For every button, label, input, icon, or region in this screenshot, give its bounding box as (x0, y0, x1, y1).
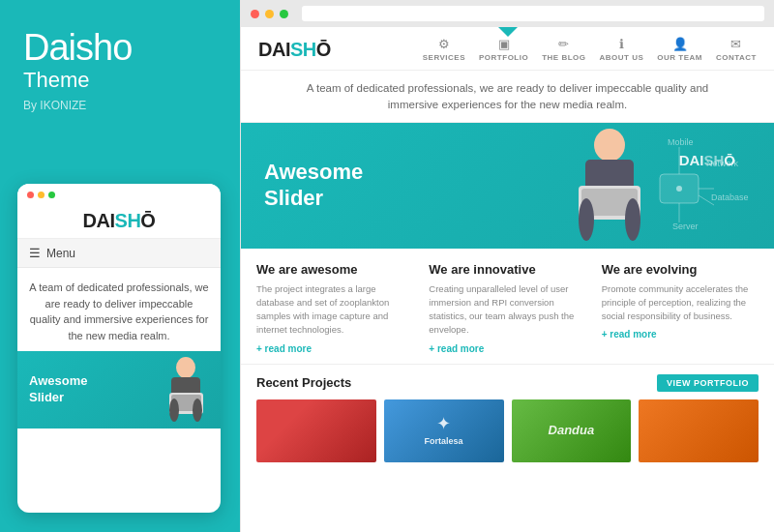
about-icon: ℹ (619, 37, 624, 51)
svg-text:Database: Database (711, 192, 749, 202)
portfolio-icon: ▣ (498, 37, 510, 51)
brand-title-text: Daisho (23, 27, 132, 68)
hero-line-1: Awesome (264, 160, 363, 185)
mobile-dot-red (27, 192, 34, 198)
col-awesome: We are awesome The project integrates a … (256, 262, 413, 354)
browser-dot-green (280, 10, 288, 18)
browser-dot-yellow (265, 10, 274, 18)
col-innovative-read-more[interactable]: + read more (429, 343, 585, 354)
nav-portfolio-label: PORTFOLIO (479, 53, 528, 62)
col-innovative: We are innovative Creating unparalleled … (429, 262, 585, 354)
col-evolving: We are evolving Promote community accele… (602, 262, 759, 354)
nav-team-label: OUR TEAM (657, 53, 702, 62)
project-thumb-3[interactable]: Dandua (512, 399, 632, 462)
svg-point-4 (169, 399, 179, 422)
thumb-1-overlay (256, 399, 376, 462)
hero-person-figure (561, 128, 658, 249)
thumb-2-icon: ✦ (436, 413, 451, 434)
thumb-3-text: Dandua (549, 423, 595, 439)
mobile-logo-bar: DAISHŌ (17, 202, 221, 239)
svg-text:Server: Server (672, 222, 699, 231)
nav-portfolio[interactable]: ▣ PORTFOLIO (479, 37, 528, 62)
thumb-3-overlay: Dandua (512, 399, 632, 462)
hero-daisho-logo: DAISHŌ (679, 152, 735, 168)
col-awesome-read-more[interactable]: + read more (256, 343, 413, 354)
nav-services[interactable]: ⚙ SERVICES (423, 37, 465, 62)
mobile-tagline: A team of dedicated professionals, we ar… (17, 268, 221, 351)
hamburger-icon: ☰ (29, 246, 41, 260)
browser-topbar (241, 0, 774, 27)
site-tagline: A team of dedicated professionals, we ar… (241, 71, 774, 123)
browser-panel: DAISHŌ ⚙ SERVICES ▣ PORTFOLIO ✏ THE BLOG… (240, 0, 774, 532)
recent-projects-title: Recent Projects (256, 375, 657, 390)
nav-services-label: SERVICES (423, 53, 465, 62)
recent-header: Recent Projects VIEW PORTFOLIO (256, 374, 759, 392)
hero-line-2: Slider (264, 186, 363, 211)
project-thumb-4[interactable] (639, 399, 759, 462)
svg-text:Mobile: Mobile (668, 137, 694, 147)
mobile-slider-text: AwesomeSlider (29, 373, 87, 406)
browser-dot-red (251, 10, 259, 18)
svg-point-11 (625, 198, 640, 241)
services-icon: ⚙ (438, 37, 450, 51)
col-evolving-text: Promote community accelerates the princi… (602, 282, 759, 324)
recent-projects: Recent Projects VIEW PORTFOLIO ✦ Fortale… (241, 365, 774, 470)
nav-contact-label: CONTACT (716, 53, 757, 62)
browser-url-bar (302, 6, 764, 21)
project-thumb-2[interactable]: ✦ Fortalesa (384, 399, 504, 462)
thumb-2-text: Fortalesa (425, 436, 463, 448)
view-portfolio-button[interactable]: VIEW PORTFOLIO (657, 374, 759, 392)
by-line: By IKONIZE (23, 99, 217, 112)
three-cols: We are awesome The project integrates a … (241, 249, 774, 365)
nav-about-label: ABOUT US (600, 53, 644, 62)
col-awesome-title: We are awesome (256, 262, 413, 277)
nav-blog-label: THE BLOG (542, 53, 585, 62)
thumb-2-overlay: ✦ Fortalesa (384, 399, 504, 462)
mobile-slider-figure (160, 356, 213, 429)
hero-text: Awesome Slider (264, 160, 363, 211)
mobile-dot-yellow (38, 192, 45, 198)
svg-point-5 (193, 399, 202, 422)
project-thumb-1[interactable] (256, 399, 376, 462)
mobile-menu-bar[interactable]: ☰ Menu (17, 239, 221, 268)
mobile-slider-preview: AwesomeSlider (17, 351, 221, 429)
col-innovative-text: Creating unparalleled level of user imme… (429, 282, 585, 338)
left-panel: Daisho Theme By IKONIZE DAISHŌ ☰ Menu A … (0, 0, 240, 532)
nav-team[interactable]: 👤 OUR TEAM (657, 37, 702, 62)
mobile-preview: DAISHŌ ☰ Menu A team of dedicated profes… (17, 184, 221, 513)
browser-arrow-decoration (498, 27, 518, 37)
brand-title: Daisho (23, 29, 217, 66)
contact-icon: ✉ (730, 37, 741, 51)
mobile-top-bar (17, 184, 221, 202)
hero-slider: Awesome Slider Mobile Network Database S… (241, 123, 774, 249)
svg-point-10 (579, 198, 594, 241)
mobile-dot-green (48, 192, 55, 198)
nav-blog[interactable]: ✏ THE BLOG (542, 37, 585, 62)
project-thumbnails: ✦ Fortalesa Dandua (256, 399, 759, 462)
nav-contact[interactable]: ✉ CONTACT (716, 37, 757, 62)
mobile-logo: DAISHŌ (83, 210, 156, 232)
brand-subtitle: Theme (23, 68, 217, 93)
col-awesome-text: The project integrates a large database … (256, 282, 413, 338)
col-evolving-title: We are evolving (602, 262, 759, 277)
team-icon: 👤 (672, 37, 688, 51)
site-logo: DAISHŌ (258, 39, 331, 61)
svg-point-21 (676, 186, 682, 192)
nav-about[interactable]: ℹ ABOUT US (600, 37, 644, 62)
thumb-4-overlay (639, 399, 759, 462)
col-evolving-read-more[interactable]: + read more (602, 329, 759, 340)
site-nav: ⚙ SERVICES ▣ PORTFOLIO ✏ THE BLOG ℹ ABOU… (423, 37, 757, 62)
svg-point-6 (594, 129, 625, 162)
col-innovative-title: We are innovative (429, 262, 585, 277)
mobile-menu-label: Menu (46, 247, 75, 260)
svg-point-0 (176, 357, 195, 378)
blog-icon: ✏ (558, 37, 569, 51)
